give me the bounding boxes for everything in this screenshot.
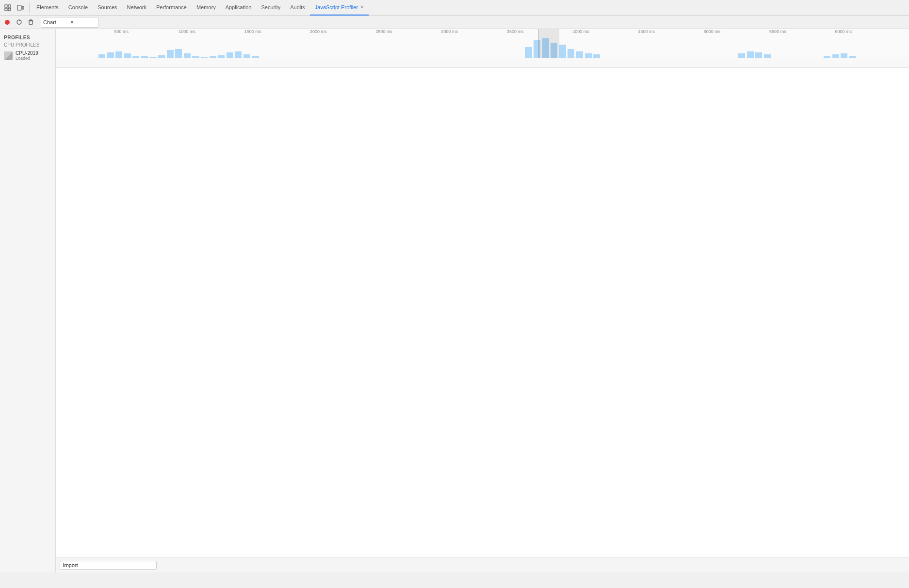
toolbar: Chart ▼ bbox=[0, 16, 909, 29]
mini-bar bbox=[525, 47, 532, 58]
profile-info: CPU-2019 Loaded bbox=[16, 50, 38, 61]
tab-memory[interactable]: Memory bbox=[192, 0, 221, 16]
profiles-title: Profiles bbox=[0, 33, 55, 41]
mini-bar bbox=[107, 52, 114, 58]
inspect-element-btn[interactable] bbox=[2, 2, 14, 14]
overview-time-label: 2500 ms bbox=[375, 29, 392, 34]
overview-time-label: 1500 ms bbox=[244, 29, 261, 34]
overview-time-label: 3500 ms bbox=[507, 29, 524, 34]
time-ruler bbox=[56, 58, 909, 68]
mini-bar bbox=[235, 51, 242, 58]
overview-time-label: 4500 ms bbox=[638, 29, 655, 34]
reload-btn[interactable] bbox=[14, 17, 24, 28]
mini-bar bbox=[764, 54, 771, 58]
chart-type-select[interactable]: Chart ▼ bbox=[41, 17, 99, 28]
mini-bar bbox=[218, 55, 225, 58]
mini-bar bbox=[849, 56, 856, 58]
tab-performance[interactable]: Performance bbox=[151, 0, 192, 16]
mini-bar bbox=[738, 53, 745, 58]
profile-item-cpu2019[interactable]: CPU-2019 Loaded bbox=[0, 49, 55, 63]
chevron-down-icon: ▼ bbox=[70, 20, 97, 25]
mini-bar bbox=[184, 53, 191, 58]
svg-point-6 bbox=[5, 20, 10, 25]
chart-area: 500 ms1000 ms1500 ms2000 ms2500 ms3000 m… bbox=[56, 29, 909, 572]
mini-bar bbox=[167, 50, 174, 58]
device-toolbar-btn[interactable] bbox=[15, 2, 26, 14]
svg-rect-3 bbox=[8, 8, 11, 11]
svg-rect-0 bbox=[5, 5, 7, 7]
cpu-profiles-subtitle: CPU PROFILES bbox=[0, 41, 55, 49]
mini-bar bbox=[98, 54, 105, 58]
tab-sources[interactable]: Sources bbox=[93, 0, 122, 16]
mini-bar bbox=[824, 56, 830, 58]
main-layout: Profiles CPU PROFILES CPU-2019 Loaded 50… bbox=[0, 29, 909, 572]
svg-rect-8 bbox=[29, 21, 32, 24]
tab-security[interactable]: Security bbox=[256, 0, 285, 16]
mini-bar bbox=[192, 56, 199, 58]
mini-bar bbox=[832, 54, 839, 58]
mini-bar bbox=[585, 53, 592, 58]
mini-bar bbox=[252, 56, 259, 58]
tab-console[interactable]: Console bbox=[64, 0, 93, 16]
overview-time-labels: 500 ms1000 ms1500 ms2000 ms2500 ms3000 m… bbox=[56, 29, 909, 36]
overview-time-label: 1000 ms bbox=[179, 29, 195, 34]
mini-bar bbox=[568, 49, 574, 58]
overview-selection[interactable] bbox=[538, 29, 559, 58]
tab-application[interactable]: Application bbox=[221, 0, 257, 16]
mini-bar bbox=[576, 51, 583, 58]
sidebar: Profiles CPU PROFILES CPU-2019 Loaded bbox=[0, 29, 56, 572]
close-js-profiler-icon[interactable]: ✕ bbox=[360, 4, 364, 10]
overview-time-label: 4000 ms bbox=[572, 29, 589, 34]
svg-rect-1 bbox=[8, 5, 11, 7]
tab-network[interactable]: Network bbox=[122, 0, 151, 16]
profile-icon bbox=[4, 51, 13, 60]
tab-audits[interactable]: Audits bbox=[285, 0, 310, 16]
overview-time-label: 2000 ms bbox=[310, 29, 327, 34]
overview-time-label: 5000 ms bbox=[704, 29, 721, 34]
overview-time-label: 5500 ms bbox=[769, 29, 786, 34]
svg-rect-4 bbox=[17, 5, 21, 10]
mini-bar bbox=[593, 54, 600, 58]
tab-elements[interactable]: Elements bbox=[32, 0, 64, 16]
tab-js-profiler[interactable]: JavaScript Profiler ✕ bbox=[310, 0, 369, 16]
mini-bar bbox=[210, 56, 216, 58]
devtools-nav: Elements Console Sources Network Perform… bbox=[0, 0, 909, 16]
mini-bar bbox=[149, 57, 156, 58]
overview-time-label: 6000 ms bbox=[835, 29, 852, 34]
overview-time-label: 3000 ms bbox=[441, 29, 458, 34]
mini-bar bbox=[755, 52, 762, 58]
mini-bar bbox=[559, 45, 566, 58]
mini-bar bbox=[841, 53, 847, 58]
svg-rect-5 bbox=[22, 6, 24, 9]
delete-btn[interactable] bbox=[25, 17, 36, 28]
flame-rows bbox=[56, 68, 909, 557]
overview-minimap[interactable]: 500 ms1000 ms1500 ms2000 ms2500 ms3000 m… bbox=[56, 29, 909, 58]
mini-bar bbox=[141, 56, 148, 58]
mini-bar bbox=[124, 53, 131, 58]
mini-bar bbox=[158, 55, 165, 58]
stop-recording-btn[interactable] bbox=[2, 17, 13, 28]
mini-bar bbox=[747, 51, 754, 58]
mini-bar bbox=[201, 57, 208, 58]
mini-bar bbox=[132, 56, 139, 58]
bottom-bar bbox=[56, 557, 909, 572]
mini-bar bbox=[115, 51, 122, 58]
overview-canvas bbox=[56, 36, 909, 58]
mini-bar bbox=[227, 52, 233, 58]
search-input[interactable] bbox=[60, 561, 157, 570]
mini-bar bbox=[243, 54, 250, 58]
svg-rect-2 bbox=[5, 8, 7, 11]
mini-bar bbox=[175, 49, 182, 58]
overview-time-label: 500 ms bbox=[114, 29, 129, 34]
